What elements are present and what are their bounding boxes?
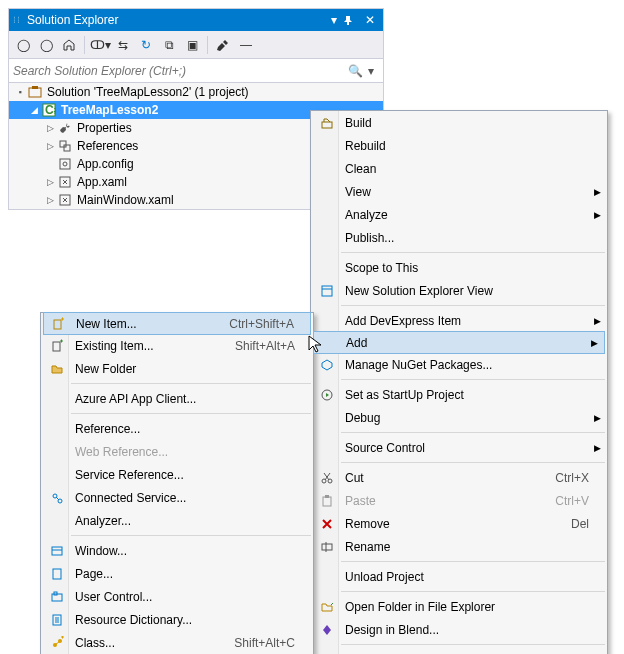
menu-item-resource-dictionary[interactable]: Resource Dictionary... <box>41 608 313 631</box>
menu-item-label: Cut <box>339 471 545 485</box>
sync-button[interactable]: ⇆ <box>113 35 133 55</box>
menu-item-reference[interactable]: Reference... <box>41 417 313 440</box>
menu-item-new-solution-explorer-view[interactable]: New Solution Explorer View <box>311 279 607 302</box>
search-icon[interactable]: 🔍 <box>347 64 363 78</box>
menu-item-open-folder-in-file-explorer[interactable]: Open Folder in File Explorer <box>311 595 607 618</box>
home-button[interactable] <box>59 35 79 55</box>
menu-shortcut: Ctrl+Shift+A <box>219 317 294 331</box>
node-label: References <box>76 139 138 153</box>
menu-item-existing-item[interactable]: Existing Item...Shift+Alt+A <box>41 334 313 357</box>
refresh-button[interactable]: ↻ <box>136 35 156 55</box>
solution-node[interactable]: ▪ Solution 'TreeMapLesson2' (1 project) <box>9 83 383 101</box>
menu-item-rename[interactable]: Rename <box>311 535 607 558</box>
blend-icon <box>315 623 339 637</box>
newfolder-icon <box>45 362 69 376</box>
menu-item-azure-api-app-client[interactable]: Azure API App Client... <box>41 387 313 410</box>
menu-item-class[interactable]: Class...Shift+Alt+C <box>41 631 313 654</box>
menu-item-unload-project[interactable]: Unload Project <box>311 565 607 588</box>
menu-separator <box>341 252 605 253</box>
menu-item-user-control[interactable]: User Control... <box>41 585 313 608</box>
close-button[interactable]: ✕ <box>361 13 379 27</box>
back-button[interactable]: ◯ <box>13 35 33 55</box>
rename-icon <box>315 540 339 554</box>
context-menu: BuildRebuildCleanView▶Analyze▶Publish...… <box>310 110 608 654</box>
search-dropdown-icon[interactable]: ▾ <box>363 64 379 78</box>
menu-item-label: Manage NuGet Packages... <box>339 358 589 372</box>
svg-rect-11 <box>322 286 332 296</box>
menu-item-set-as-startup-project[interactable]: Set as StartUp Project <box>311 383 607 406</box>
csharp-project-icon: C# <box>41 102 57 118</box>
node-label: MainWindow.xaml <box>76 193 174 207</box>
menu-item-service-reference[interactable]: Service Reference... <box>41 463 313 486</box>
expand-icon[interactable]: ▷ <box>43 123 57 133</box>
menu-item-label: Scope to This <box>339 261 589 275</box>
menu-item-clean[interactable]: Clean <box>311 157 607 180</box>
forward-button[interactable]: ◯ <box>36 35 56 55</box>
menu-item-label: View <box>339 185 589 199</box>
remove-icon <box>315 517 339 531</box>
menu-item-new-folder[interactable]: New Folder <box>41 357 313 380</box>
pin-button[interactable] <box>343 15 361 25</box>
menu-item-cut[interactable]: CutCtrl+X <box>311 466 607 489</box>
menu-item-label: Existing Item... <box>69 339 225 353</box>
menu-item-scope-to-this[interactable]: Scope to This <box>311 256 607 279</box>
menu-item-debug[interactable]: Debug▶ <box>311 406 607 429</box>
menu-item-label: Unload Project <box>339 570 589 584</box>
menu-item-label: Azure API App Client... <box>69 392 295 406</box>
expand-icon[interactable]: ▪ <box>13 87 27 97</box>
menu-item-window[interactable]: Window... <box>41 539 313 562</box>
menu-item-add-devexpress-item[interactable]: Add DevExpress Item▶ <box>311 309 607 332</box>
menu-item-remove[interactable]: RemoveDel <box>311 512 607 535</box>
menu-item-manage-nuget-packages[interactable]: Manage NuGet Packages... <box>311 353 607 376</box>
svg-rect-0 <box>29 88 41 97</box>
menu-shortcut: Del <box>561 517 589 531</box>
expand-icon[interactable]: ▷ <box>43 177 57 187</box>
svg-text:C#: C# <box>45 103 56 117</box>
search-input[interactable] <box>13 64 347 78</box>
menu-item-analyzer[interactable]: Analyzer... <box>41 509 313 532</box>
showall-button[interactable]: ▣ <box>182 35 202 55</box>
expand-icon[interactable]: ▷ <box>43 195 57 205</box>
node-label: App.config <box>76 157 134 171</box>
menu-item-paste[interactable]: PasteCtrl+V <box>311 489 607 512</box>
page-icon <box>45 567 69 581</box>
grip-icon: ⁞⁞ <box>13 15 21 25</box>
titlebar: ⁞⁞ Solution Explorer ▾ ✕ <box>9 9 383 31</box>
separator <box>207 36 208 54</box>
menu-item-new-item[interactable]: New Item...Ctrl+Shift+A <box>43 312 311 335</box>
menu-item-rebuild[interactable]: Rebuild <box>311 134 607 157</box>
cursor-icon <box>308 335 324 355</box>
menu-item-properties[interactable]: PropertiesAlt+Enter <box>311 648 607 654</box>
svg-rect-22 <box>52 547 62 555</box>
menu-item-source-control[interactable]: Source Control▶ <box>311 436 607 459</box>
menu-item-label: Paste <box>339 494 545 508</box>
menu-item-add[interactable]: Add▶ <box>313 331 605 354</box>
menu-item-view[interactable]: View▶ <box>311 180 607 203</box>
dropdown-button[interactable]: ▾ <box>325 13 343 27</box>
existitem-icon <box>45 339 69 353</box>
preview-button[interactable]: — <box>236 35 256 55</box>
menu-item-build[interactable]: Build <box>311 111 607 134</box>
menu-item-web-reference[interactable]: Web Reference... <box>41 440 313 463</box>
history-button[interactable]: ↀ▾ <box>90 35 110 55</box>
menu-item-publish[interactable]: Publish... <box>311 226 607 249</box>
openfolder-icon <box>315 600 339 614</box>
svg-rect-16 <box>325 495 329 498</box>
menu-item-label: New Folder <box>69 362 295 376</box>
menu-item-label: User Control... <box>69 590 295 604</box>
menu-item-label: Connected Service... <box>69 491 295 505</box>
menu-item-label: Class... <box>69 636 224 650</box>
menu-shortcut: Shift+Alt+C <box>224 636 295 650</box>
expand-icon[interactable]: ◢ <box>27 105 41 115</box>
menu-item-analyze[interactable]: Analyze▶ <box>311 203 607 226</box>
menu-item-label: Service Reference... <box>69 468 295 482</box>
menu-item-design-in-blend[interactable]: Design in Blend... <box>311 618 607 641</box>
newview-icon <box>315 284 339 298</box>
menu-item-label: Analyzer... <box>69 514 295 528</box>
properties-button[interactable] <box>213 35 233 55</box>
expand-icon[interactable]: ▷ <box>43 141 57 151</box>
submenu-arrow-icon: ▶ <box>594 210 601 220</box>
menu-item-connected-service[interactable]: Connected Service... <box>41 486 313 509</box>
collapse-button[interactable]: ⧉ <box>159 35 179 55</box>
menu-item-page[interactable]: Page... <box>41 562 313 585</box>
